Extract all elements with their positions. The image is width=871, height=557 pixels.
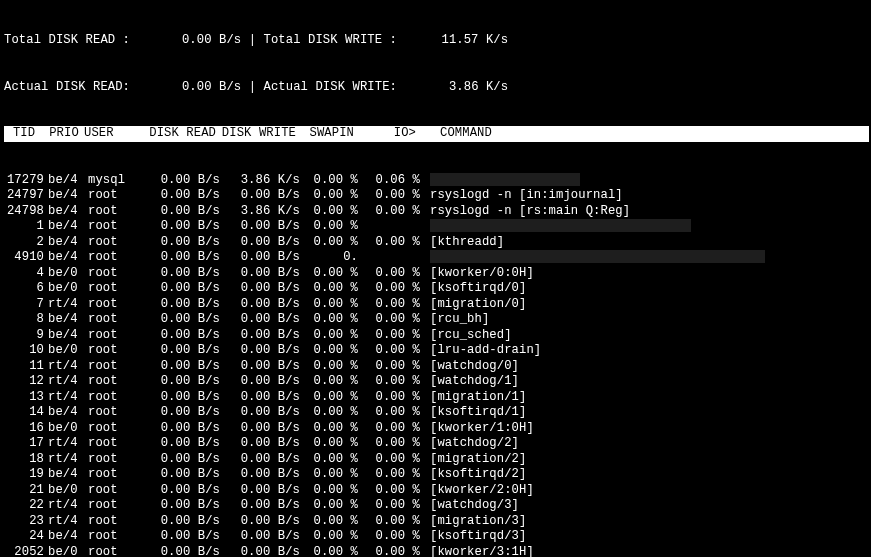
cell-user: root (88, 219, 140, 235)
cell-write: 0.00 B/s (220, 219, 300, 235)
col-disk-write[interactable]: DISK WRITE (216, 126, 296, 142)
cell-swapin: 0.00 % (300, 483, 358, 499)
actual-write-value: 3.86 K/s (449, 80, 508, 94)
cell-tid: 2052 (4, 545, 44, 558)
process-row[interactable]: 22rt/4root0.00 B/s0.00 B/s0.00 %0.00 %[w… (4, 498, 867, 514)
cell-read: 0.00 B/s (140, 188, 220, 204)
cell-tid: 24798 (4, 204, 44, 220)
cell-prio: be/0 (44, 545, 88, 558)
cell-user: root (88, 328, 140, 344)
cell-write: 0.00 B/s (220, 374, 300, 390)
cell-prio: be/4 (44, 529, 88, 545)
cell-read: 0.00 B/s (140, 343, 220, 359)
cell-tid: 24 (4, 529, 44, 545)
cell-write: 0.00 B/s (220, 390, 300, 406)
cell-tid: 2 (4, 235, 44, 251)
cell-read: 0.00 B/s (140, 250, 220, 266)
cell-io: 0.00 % (358, 359, 426, 375)
process-row[interactable]: 18rt/4root0.00 B/s0.00 B/s0.00 %0.00 %[m… (4, 452, 867, 468)
process-row[interactable]: 4be/0root0.00 B/s0.00 B/s0.00 %0.00 %[kw… (4, 266, 867, 282)
actual-write-label: Actual DISK WRITE: (264, 80, 397, 94)
cell-prio: rt/4 (44, 297, 88, 313)
cell-command: [ksoftirqd/0] (426, 281, 526, 297)
actual-read-value: 0.00 B/s (182, 80, 241, 94)
col-prio[interactable]: PRIO (44, 126, 84, 142)
redacted-region (430, 173, 580, 186)
cell-write: 0.00 B/s (220, 281, 300, 297)
process-row[interactable]: 17rt/4root0.00 B/s0.00 B/s0.00 %0.00 %[w… (4, 436, 867, 452)
cell-user: root (88, 343, 140, 359)
cell-command: [migration/2] (426, 452, 526, 468)
total-read-value: 0.00 B/s (182, 33, 241, 47)
cell-write: 0.00 B/s (220, 359, 300, 375)
cell-swapin: 0.00 % (300, 219, 358, 235)
cell-write: 0.00 B/s (220, 312, 300, 328)
cell-user: root (88, 188, 140, 204)
cell-user: root (88, 436, 140, 452)
cell-write: 0.00 B/s (220, 250, 300, 266)
summary-line-2: Actual DISK READ: 0.00 B/s | Actual DISK… (4, 80, 867, 96)
cell-tid: 21 (4, 483, 44, 499)
cell-io: 0.00 % (358, 514, 426, 530)
total-read-label: Total DISK READ : (4, 33, 130, 47)
cell-command (426, 250, 765, 266)
process-row[interactable]: 17279be/4mysql0.00 B/s3.86 K/s0.00 %0.06… (4, 173, 867, 189)
cell-command: [rcu_bh] (426, 312, 489, 328)
col-swapin[interactable]: SWAPIN (296, 126, 354, 142)
cell-io: 0.00 % (358, 204, 426, 220)
col-io[interactable]: IO> (354, 126, 422, 142)
process-row[interactable]: 11rt/4root0.00 B/s0.00 B/s0.00 %0.00 %[w… (4, 359, 867, 375)
process-row[interactable]: 2052be/0root0.00 B/s0.00 B/s0.00 %0.00 %… (4, 545, 867, 558)
cell-io: 0.00 % (358, 452, 426, 468)
process-row[interactable]: 23rt/4root0.00 B/s0.00 B/s0.00 %0.00 %[m… (4, 514, 867, 530)
cell-command: [migration/3] (426, 514, 526, 530)
cell-command: rsyslogd -n [in:imjournal] (426, 188, 623, 204)
cell-io: 0.00 % (358, 328, 426, 344)
process-row[interactable]: 21be/0root0.00 B/s0.00 B/s0.00 %0.00 %[k… (4, 483, 867, 499)
actual-read-label: Actual DISK READ: (4, 80, 130, 94)
process-row[interactable]: 12rt/4root0.00 B/s0.00 B/s0.00 %0.00 %[w… (4, 374, 867, 390)
process-row[interactable]: 24be/4root0.00 B/s0.00 B/s0.00 %0.00 %[k… (4, 529, 867, 545)
cell-tid: 6 (4, 281, 44, 297)
cell-swapin: 0.00 % (300, 204, 358, 220)
process-row[interactable]: 10be/0root0.00 B/s0.00 B/s0.00 %0.00 %[l… (4, 343, 867, 359)
process-row[interactable]: 1be/4root0.00 B/s0.00 B/s0.00 % (4, 219, 867, 235)
process-row[interactable]: 8be/4root0.00 B/s0.00 B/s0.00 %0.00 %[rc… (4, 312, 867, 328)
cell-swapin: 0.00 % (300, 188, 358, 204)
process-row[interactable]: 6be/0root0.00 B/s0.00 B/s0.00 %0.00 %[ks… (4, 281, 867, 297)
process-row[interactable]: 4910be/4root0.00 B/s0.00 B/s0. (4, 250, 867, 266)
cell-swapin: 0.00 % (300, 405, 358, 421)
cell-swapin: 0.00 % (300, 390, 358, 406)
process-row[interactable]: 7rt/4root0.00 B/s0.00 B/s0.00 %0.00 %[mi… (4, 297, 867, 313)
cell-command: [kthreadd] (426, 235, 504, 251)
process-row[interactable]: 9be/4root0.00 B/s0.00 B/s0.00 %0.00 %[rc… (4, 328, 867, 344)
col-disk-read[interactable]: DISK READ (136, 126, 216, 142)
cell-swapin: 0. (300, 250, 358, 266)
process-row[interactable]: 24797be/4root0.00 B/s0.00 B/s0.00 %0.00 … (4, 188, 867, 204)
cell-read: 0.00 B/s (140, 312, 220, 328)
cell-io: 0.00 % (358, 545, 426, 558)
cell-tid: 22 (4, 498, 44, 514)
cell-command: [kworker/1:0H] (426, 421, 534, 437)
cell-swapin: 0.00 % (300, 266, 358, 282)
cell-io: 0.00 % (358, 467, 426, 483)
process-row[interactable]: 19be/4root0.00 B/s0.00 B/s0.00 %0.00 %[k… (4, 467, 867, 483)
cell-tid: 17 (4, 436, 44, 452)
col-tid[interactable]: TID (4, 126, 44, 142)
process-row[interactable]: 24798be/4root0.00 B/s3.86 K/s0.00 %0.00 … (4, 204, 867, 220)
process-row[interactable]: 13rt/4root0.00 B/s0.00 B/s0.00 %0.00 %[m… (4, 390, 867, 406)
process-row[interactable]: 2be/4root0.00 B/s0.00 B/s0.00 %0.00 %[kt… (4, 235, 867, 251)
cell-io: 0.00 % (358, 281, 426, 297)
cell-command: [watchdog/2] (426, 436, 519, 452)
process-row[interactable]: 14be/4root0.00 B/s0.00 B/s0.00 %0.00 %[k… (4, 405, 867, 421)
redacted-region (430, 250, 765, 263)
process-list[interactable]: 17279be/4mysql0.00 B/s3.86 K/s0.00 %0.06… (4, 173, 867, 558)
cell-user: root (88, 250, 140, 266)
cell-prio: be/0 (44, 343, 88, 359)
cell-command: [ksoftirqd/2] (426, 467, 526, 483)
col-user[interactable]: USER (84, 126, 136, 142)
cell-command: [lru-add-drain] (426, 343, 541, 359)
process-row[interactable]: 16be/0root0.00 B/s0.00 B/s0.00 %0.00 %[k… (4, 421, 867, 437)
col-command[interactable]: COMMAND (422, 126, 492, 142)
column-header-row[interactable]: TIDPRIOUSERDISK READDISK WRITESWAPINIO>C… (4, 126, 869, 142)
